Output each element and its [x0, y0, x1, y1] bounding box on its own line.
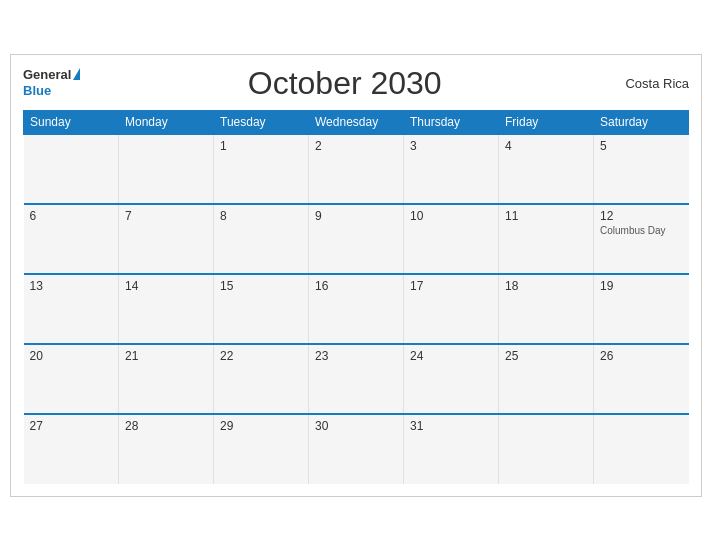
calendar-cell	[499, 414, 594, 484]
day-number: 12	[600, 209, 683, 223]
calendar-body: 123456789101112Columbus Day1314151617181…	[24, 134, 689, 484]
calendar-cell: 31	[404, 414, 499, 484]
logo-general: General	[23, 68, 71, 81]
day-number: 22	[220, 349, 302, 363]
weekday-header-row: SundayMondayTuesdayWednesdayThursdayFrid…	[24, 110, 689, 134]
calendar-cell: 7	[119, 204, 214, 274]
logo-triangle-icon	[73, 68, 80, 80]
calendar-cell: 25	[499, 344, 594, 414]
logo-area: General Blue	[23, 68, 80, 99]
calendar-cell: 14	[119, 274, 214, 344]
day-number: 24	[410, 349, 492, 363]
calendar-thead: SundayMondayTuesdayWednesdayThursdayFrid…	[24, 110, 689, 134]
day-number: 1	[220, 139, 302, 153]
calendar-cell: 29	[214, 414, 309, 484]
weekday-header-saturday: Saturday	[594, 110, 689, 134]
calendar-cell: 28	[119, 414, 214, 484]
calendar-week-row: 2728293031	[24, 414, 689, 484]
day-number: 6	[30, 209, 113, 223]
weekday-header-wednesday: Wednesday	[309, 110, 404, 134]
calendar-cell: 2	[309, 134, 404, 204]
day-number: 18	[505, 279, 587, 293]
day-number: 28	[125, 419, 207, 433]
day-number: 27	[30, 419, 113, 433]
calendar-cell	[594, 414, 689, 484]
calendar-week-row: 13141516171819	[24, 274, 689, 344]
month-title: October 2030	[80, 65, 609, 102]
day-number: 23	[315, 349, 397, 363]
day-number: 9	[315, 209, 397, 223]
calendar-cell: 30	[309, 414, 404, 484]
weekday-header-monday: Monday	[119, 110, 214, 134]
event-label: Columbus Day	[600, 225, 683, 236]
calendar-cell: 10	[404, 204, 499, 274]
calendar-cell: 22	[214, 344, 309, 414]
logo-blue: Blue	[23, 83, 51, 98]
weekday-header-sunday: Sunday	[24, 110, 119, 134]
day-number: 4	[505, 139, 587, 153]
day-number: 29	[220, 419, 302, 433]
calendar-week-row: 12345	[24, 134, 689, 204]
day-number: 26	[600, 349, 683, 363]
calendar-cell: 21	[119, 344, 214, 414]
day-number: 31	[410, 419, 492, 433]
calendar-cell: 16	[309, 274, 404, 344]
day-number: 25	[505, 349, 587, 363]
calendar-cell: 19	[594, 274, 689, 344]
calendar-week-row: 20212223242526	[24, 344, 689, 414]
day-number: 19	[600, 279, 683, 293]
calendar-cell: 3	[404, 134, 499, 204]
calendar-cell: 23	[309, 344, 404, 414]
calendar-cell: 26	[594, 344, 689, 414]
calendar-header: General Blue October 2030 Costa Rica	[23, 65, 689, 102]
calendar-cell: 1	[214, 134, 309, 204]
day-number: 11	[505, 209, 587, 223]
calendar-cell: 15	[214, 274, 309, 344]
day-number: 2	[315, 139, 397, 153]
calendar-cell: 6	[24, 204, 119, 274]
calendar-week-row: 6789101112Columbus Day	[24, 204, 689, 274]
day-number: 13	[30, 279, 113, 293]
day-number: 15	[220, 279, 302, 293]
calendar-cell: 12Columbus Day	[594, 204, 689, 274]
weekday-header-friday: Friday	[499, 110, 594, 134]
weekday-header-thursday: Thursday	[404, 110, 499, 134]
calendar-cell: 20	[24, 344, 119, 414]
calendar-cell: 18	[499, 274, 594, 344]
day-number: 16	[315, 279, 397, 293]
calendar-cell: 13	[24, 274, 119, 344]
day-number: 8	[220, 209, 302, 223]
day-number: 3	[410, 139, 492, 153]
calendar-cell: 5	[594, 134, 689, 204]
day-number: 10	[410, 209, 492, 223]
country-label: Costa Rica	[609, 76, 689, 91]
calendar-cell: 4	[499, 134, 594, 204]
calendar-cell: 11	[499, 204, 594, 274]
calendar-cell: 27	[24, 414, 119, 484]
day-number: 14	[125, 279, 207, 293]
calendar-cell	[24, 134, 119, 204]
calendar-cell: 8	[214, 204, 309, 274]
calendar-cell: 9	[309, 204, 404, 274]
calendar-table: SundayMondayTuesdayWednesdayThursdayFrid…	[23, 110, 689, 484]
day-number: 5	[600, 139, 683, 153]
day-number: 7	[125, 209, 207, 223]
day-number: 21	[125, 349, 207, 363]
day-number: 20	[30, 349, 113, 363]
calendar-cell: 24	[404, 344, 499, 414]
calendar-cell	[119, 134, 214, 204]
day-number: 17	[410, 279, 492, 293]
weekday-header-tuesday: Tuesday	[214, 110, 309, 134]
calendar-container: General Blue October 2030 Costa Rica Sun…	[10, 54, 702, 497]
day-number: 30	[315, 419, 397, 433]
calendar-cell: 17	[404, 274, 499, 344]
